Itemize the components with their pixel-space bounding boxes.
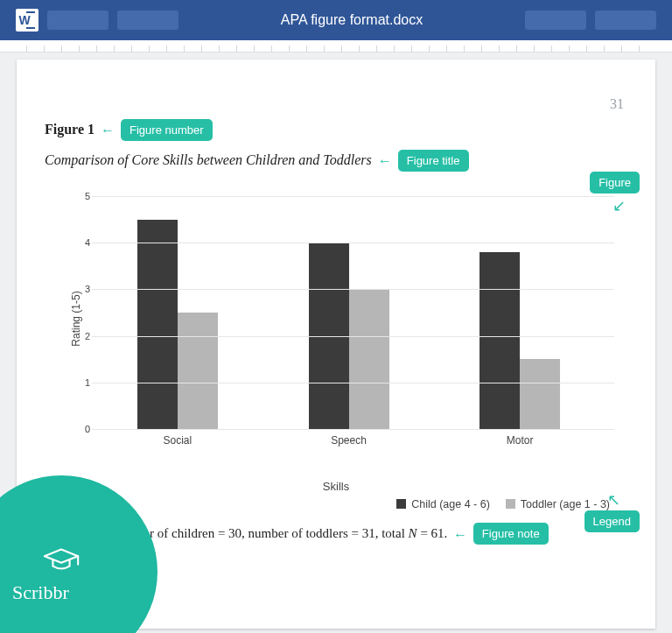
figure-note-body-b: = 61. [417,526,448,540]
bar-child [137,220,178,429]
bar-group: Motor [434,196,606,429]
plot-area: SocialSpeechMotor 012345 [92,196,606,429]
y-tick: 1 [80,377,90,388]
titlebar-placeholder [117,11,178,30]
page-number: 31 [610,96,624,112]
bar-toddler [349,289,389,429]
annotation-figure-number: Figure number [121,119,213,141]
gridline [92,243,614,243]
chart: Rating (1-5) SocialSpeechMotor 012345 [71,187,619,450]
scribbr-name: Scribbr [0,581,69,604]
bar-groups: SocialSpeechMotor [92,196,606,429]
titlebar-placeholder [595,11,656,30]
y-tick: 4 [80,237,90,248]
figure-number-line: Figure 1 ← Figure number [45,119,627,141]
gridline [92,383,614,383]
gridline [92,429,614,430]
x-tick: Social [92,434,263,447]
ruler [0,40,672,53]
bar-child [480,252,520,429]
x-axis-label: Skills [45,480,627,493]
figure-note-line: Note. Number of children = 30, number of… [80,523,627,545]
legend-item: Toddler (age 1 - 3) [506,498,610,510]
titlebar: W APA figure format.docx [0,0,672,40]
arrow-upleft-icon: ↖ [607,490,620,510]
arrow-left-icon: ← [451,527,470,542]
x-tick: Speech [263,434,435,447]
y-tick: 0 [80,424,90,434]
bar-toddler [178,313,218,429]
bar-group: Speech [263,196,435,429]
gridline [92,336,614,337]
legend-swatch [506,499,515,509]
titlebar-placeholder [47,11,108,30]
gridline [92,196,614,197]
titlebar-placeholder [525,11,586,30]
annotation-figure-note: Figure note [473,523,549,545]
figure-note-n: N [409,526,417,540]
gridline [92,289,614,290]
figure-title-line: Comparison of Core Skills between Childr… [45,150,627,172]
document-title: APA figure format.docx [187,12,516,28]
figure-number: Figure 1 [45,122,94,137]
legend-item: Child (age 4 - 6) [396,498,490,510]
figure-title: Comparison of Core Skills between Childr… [45,152,372,167]
word-app-glyph: W [18,13,30,27]
word-app-icon: W [16,9,38,32]
arrow-left-icon: ← [98,123,117,137]
graduation-cap-icon [41,539,81,580]
bar-toddler [520,359,560,429]
legend-swatch [396,499,406,509]
y-tick: 5 [80,191,90,201]
y-tick: 3 [80,284,90,294]
y-tick: 2 [80,331,90,341]
annotation-legend: Legend [584,510,640,532]
arrow-left-icon: ← [375,153,395,168]
x-tick: Motor [434,434,606,447]
bar-group: Social [92,196,263,429]
annotation-figure-title: Figure title [398,150,469,172]
